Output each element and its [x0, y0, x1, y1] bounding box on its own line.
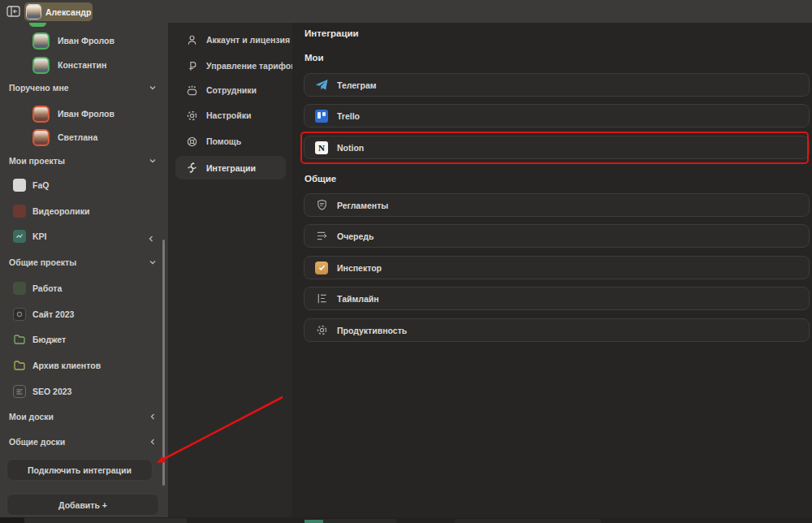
- integrations-panel: Интеграции Мои Телеграм Trello N Notion …: [292, 23, 812, 517]
- project-item[interactable]: Архив клиентов: [13, 358, 101, 373]
- project-name: Архив клиентов: [32, 361, 101, 370]
- avatar: [29, 23, 46, 27]
- menu-item-settings[interactable]: Настройки: [175, 106, 286, 125]
- page-title: Интеграции: [304, 28, 359, 38]
- productivity-icon: [315, 324, 328, 337]
- trello-icon: [315, 110, 328, 123]
- user-name: Светлана: [58, 132, 97, 142]
- section-label: Поручено мне: [9, 83, 69, 93]
- app-window: Александр Иван Фролов Константин Поручен…: [0, 0, 812, 523]
- avatar: [27, 5, 41, 19]
- menu-item-label: Настройки: [206, 110, 251, 120]
- integration-label: Таймлайн: [337, 294, 379, 304]
- project-name: Сайт 2023: [32, 309, 74, 319]
- project-name: FaQ: [32, 180, 49, 190]
- project-item[interactable]: Работа: [13, 281, 62, 296]
- section-label: Мои проекты: [9, 156, 65, 166]
- integration-label: Notion: [337, 143, 364, 153]
- project-item[interactable]: SEO 2023: [13, 384, 71, 399]
- integration-row-notion[interactable]: N Notion: [304, 136, 810, 159]
- sidebar-section-shared-boards[interactable]: Общие доски: [9, 436, 157, 447]
- integration-row-productivity[interactable]: Продуктивность: [304, 318, 810, 342]
- integration-label: Телеграм: [337, 80, 377, 90]
- bottom-edge-segment: [455, 519, 601, 523]
- integration-row-regulations[interactable]: Регламенты: [304, 193, 810, 217]
- bottom-edge-segment: [323, 519, 396, 523]
- project-name: SEO 2023: [32, 387, 71, 396]
- chevron-down-icon: [149, 153, 157, 168]
- video-project-icon: [13, 205, 26, 218]
- section-label: Общие доски: [9, 437, 65, 447]
- add-button[interactable]: Добавить +: [6, 494, 159, 516]
- integration-row-inspector[interactable]: Инспектор: [304, 256, 810, 279]
- document-icon: [13, 179, 26, 192]
- menu-item-label: Интеграции: [206, 163, 256, 173]
- sidebar-scrollbar[interactable]: [162, 240, 165, 486]
- team-icon: [185, 84, 198, 97]
- project-name: Бюджет: [32, 335, 66, 344]
- timeline-icon: [315, 292, 328, 305]
- project-item[interactable]: Сайт 2023: [13, 307, 74, 322]
- integration-label: Trello: [337, 111, 360, 121]
- section-label: Общие проекты: [9, 257, 76, 267]
- user-item[interactable]: Константин: [32, 56, 106, 74]
- current-user-pill[interactable]: Александр: [24, 2, 93, 21]
- project-item[interactable]: Бюджет: [13, 332, 66, 347]
- bottom-edge-segment: [0, 517, 24, 523]
- integration-row-telegram[interactable]: Телеграм: [304, 73, 810, 97]
- menu-item-account[interactable]: Аккаунт и лицензия: [175, 30, 286, 50]
- collapse-sidebar-icon[interactable]: [6, 5, 20, 18]
- sidebar-section-my-boards[interactable]: Мои доски: [9, 411, 157, 422]
- chevron-down-icon: [149, 255, 157, 270]
- menu-item-label: Управление тарифом: [206, 61, 297, 71]
- section-label-my: Мои: [304, 53, 324, 63]
- sidebar-section-my-projects[interactable]: Мои проекты: [9, 155, 157, 166]
- integration-row-queue[interactable]: Очередь: [304, 224, 810, 248]
- menu-item-label: Сотрудники: [206, 85, 257, 95]
- avatar: [32, 106, 50, 123]
- menu-item-tariff[interactable]: Управление тарифом: [175, 56, 286, 76]
- user-item[interactable]: Светлана: [32, 128, 97, 146]
- integrations-icon: [185, 162, 198, 175]
- bottom-edge-segment: [24, 518, 187, 523]
- user-item[interactable]: Иван Фролов: [32, 32, 114, 50]
- menu-item-label: Помощь: [206, 136, 241, 146]
- sidebar-section-assigned[interactable]: Поручено мне: [9, 82, 157, 93]
- settings-menu: Аккаунт и лицензия Управление тарифом Со…: [168, 23, 292, 523]
- user-name: Иван Фролов: [58, 109, 114, 119]
- user-name: Александр: [45, 7, 91, 17]
- avatar: [32, 32, 50, 50]
- project-name: Видеоролики: [32, 206, 89, 216]
- kpi-project-icon: [13, 230, 26, 243]
- project-name: KPI: [32, 231, 47, 241]
- regulations-icon: [315, 199, 328, 212]
- account-icon: [185, 33, 198, 46]
- avatar: [32, 129, 50, 146]
- chevron-left-icon: [149, 409, 157, 424]
- sidebar-section-shared-projects[interactable]: Общие проекты: [9, 257, 157, 268]
- integration-row-timeline[interactable]: Таймлайн: [304, 287, 810, 310]
- telegram-icon: [315, 79, 328, 92]
- section-label-shared: Общие: [304, 174, 336, 184]
- seo-project-icon: [13, 385, 26, 398]
- integration-label: Продуктивность: [337, 326, 407, 335]
- ruble-icon: [185, 59, 198, 72]
- user-item[interactable]: Иван Фролов: [32, 105, 114, 123]
- chevron-left-icon: [149, 434, 157, 449]
- project-item[interactable]: Видеоролики: [13, 204, 89, 218]
- menu-item-employees[interactable]: Сотрудники: [175, 80, 286, 100]
- project-item[interactable]: FaQ: [13, 178, 49, 192]
- gear-icon: [185, 109, 198, 122]
- chevron-down-icon: [149, 80, 157, 95]
- project-name: Работа: [32, 283, 62, 293]
- connect-integrations-button[interactable]: Подключить интеграции: [6, 459, 153, 481]
- chevron-left-icon: [147, 231, 155, 246]
- help-icon: [185, 135, 198, 148]
- menu-item-help[interactable]: Помощь: [175, 132, 286, 151]
- integration-label: Инспектор: [337, 263, 382, 273]
- integration-row-trello[interactable]: Trello: [304, 104, 810, 128]
- user-name: Константин: [58, 60, 106, 70]
- menu-item-integrations[interactable]: Интеграции: [175, 156, 286, 179]
- project-item[interactable]: KPI: [13, 229, 47, 244]
- notion-icon: N: [315, 141, 328, 154]
